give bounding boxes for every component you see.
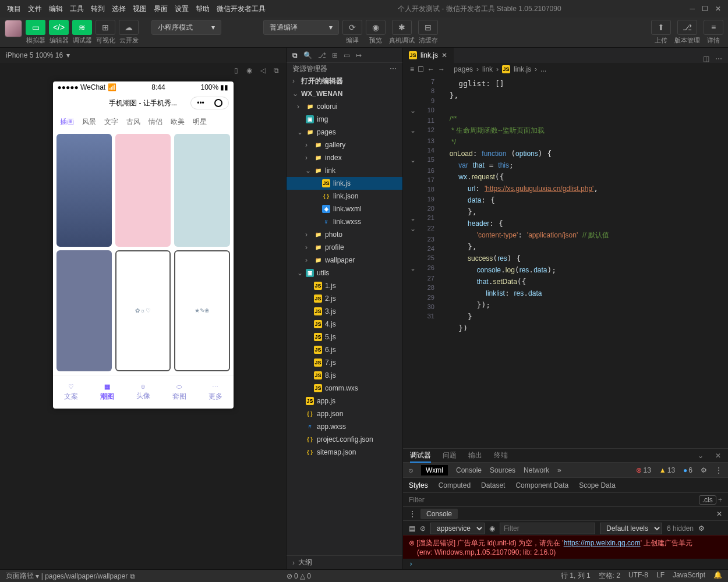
tab-problems[interactable]: 问题: [443, 450, 457, 460]
nav-gallery[interactable]: ⬭套图: [172, 383, 186, 402]
cls-toggle[interactable]: .cls: [699, 495, 716, 505]
arrow-icon[interactable]: ↦: [356, 51, 362, 59]
avatar[interactable]: [5, 20, 22, 37]
tab-debugger[interactable]: 调试器: [410, 450, 431, 460]
tab-star[interactable]: 明星: [193, 117, 207, 127]
nav-fwd-icon[interactable]: →: [438, 65, 445, 73]
debugger-toggle[interactable]: ≋调试器: [72, 20, 92, 45]
tree-pages[interactable]: ⌄📁pages: [287, 126, 402, 139]
detail-button[interactable]: ≡详情: [704, 20, 723, 45]
mode-dropdown[interactable]: 小程序模式▾: [151, 20, 221, 35]
eye-icon[interactable]: ◉: [489, 524, 495, 533]
cursor-pos[interactable]: 行 1, 列 1: [561, 571, 591, 581]
nav-text[interactable]: ♡文案: [64, 383, 78, 402]
levels-select[interactable]: Default levels: [600, 523, 662, 534]
console-prompt[interactable]: ›: [403, 559, 728, 569]
console-filter[interactable]: [500, 523, 595, 534]
context-select[interactable]: appservice: [430, 523, 485, 534]
tab-illustration[interactable]: 插画: [60, 117, 74, 127]
tab-western[interactable]: 欧美: [171, 117, 185, 127]
collapse-icon[interactable]: ⌄: [698, 452, 704, 460]
tab-network[interactable]: Network: [524, 466, 549, 474]
bell-icon[interactable]: 🔔: [713, 571, 722, 581]
more-icon[interactable]: ⋯: [390, 65, 397, 73]
sim-copy-icon[interactable]: ⧉: [274, 66, 279, 74]
indent[interactable]: 空格: 2: [599, 571, 620, 581]
add-style-icon[interactable]: +: [716, 496, 722, 504]
tree-project.config.json[interactable]: { }project.config.json: [287, 433, 402, 446]
tree-utils[interactable]: ⌄▣utils: [287, 267, 402, 279]
tree-link.js[interactable]: JSlink.js: [287, 177, 402, 190]
maximize-icon[interactable]: ☐: [702, 5, 708, 13]
close-drawer-icon[interactable]: ✕: [716, 510, 722, 518]
tab-output[interactable]: 输出: [468, 450, 482, 460]
nav-wallpaper[interactable]: ▦潮图: [100, 383, 114, 402]
split-icon[interactable]: ◫: [703, 55, 709, 63]
menu-select[interactable]: 选择: [108, 4, 129, 14]
console-sidebar-icon[interactable]: ▤: [409, 524, 415, 533]
tree-5.js[interactable]: JS5.js: [287, 331, 402, 343]
tree-link.json[interactable]: { }link.json: [287, 190, 402, 203]
close-tab-icon[interactable]: ✕: [441, 51, 447, 59]
tree-4.js[interactable]: JS4.js: [287, 318, 402, 331]
tree-profile[interactable]: ›📁profile: [287, 241, 402, 254]
diagnostics[interactable]: ⊘ 0 △ 0: [287, 572, 311, 580]
tab-scenery[interactable]: 风景: [82, 117, 96, 127]
tree-photo[interactable]: ›📁photo: [287, 228, 402, 241]
editor-toggle[interactable]: </>编辑器: [49, 20, 69, 45]
tree-2.js[interactable]: JS2.js: [287, 292, 402, 305]
outline-section[interactable]: ›大纲: [287, 555, 402, 569]
sim-mute-icon[interactable]: ◁: [260, 66, 266, 74]
bookmark-icon[interactable]: ☐: [418, 65, 424, 73]
minimize-icon[interactable]: ─: [690, 5, 695, 13]
tree-7.js[interactable]: JS7.js: [287, 356, 402, 369]
tab-dataset[interactable]: Dataset: [481, 481, 505, 489]
menu-project[interactable]: 项目: [3, 4, 24, 14]
tab-text[interactable]: 文字: [104, 117, 118, 127]
tree-link[interactable]: ⌄📁link: [287, 164, 402, 177]
tree-sitemap.json[interactable]: { }sitemap.json: [287, 446, 402, 459]
tree-img[interactable]: ▣img: [287, 113, 402, 126]
visual-toggle[interactable]: ⊞可视化: [96, 20, 115, 45]
close-panel-icon[interactable]: ✕: [715, 452, 721, 460]
tab-sources[interactable]: Sources: [490, 466, 515, 474]
thumb[interactable]: [56, 134, 112, 247]
styles-filter[interactable]: [409, 496, 699, 504]
error-link[interactable]: https://mp.weixin.qq.com: [564, 539, 641, 547]
language[interactable]: JavaScript: [673, 571, 705, 581]
sim-phone-icon[interactable]: ▯: [234, 66, 238, 74]
console-drawer-tab[interactable]: Console: [420, 509, 458, 519]
thumb[interactable]: [174, 134, 229, 247]
tree-colorui[interactable]: ›📁colorui: [287, 100, 402, 113]
tab-styles[interactable]: Styles: [409, 481, 428, 489]
tree-app.json[interactable]: { }app.json: [287, 407, 402, 420]
menu-tool[interactable]: 工具: [66, 4, 87, 14]
eol[interactable]: LF: [656, 571, 665, 581]
tree-6.js[interactable]: JS6.js: [287, 343, 402, 356]
more-tabs-icon[interactable]: »: [557, 466, 561, 474]
branch-icon[interactable]: ⎇: [318, 51, 326, 59]
menu-devtools[interactable]: 微信开发者工具: [213, 4, 269, 14]
section-open-editors[interactable]: ›打开的编辑器: [287, 74, 402, 87]
tab-scopedata[interactable]: Scope Data: [579, 481, 616, 489]
tree-8.js[interactable]: JS8.js: [287, 369, 402, 382]
sim-record-icon[interactable]: ◉: [246, 66, 252, 74]
gear-icon[interactable]: ⚙: [698, 524, 705, 533]
tree-wallpaper[interactable]: ›📁wallpaper: [287, 254, 402, 267]
kebab-icon[interactable]: ⋮: [409, 510, 416, 518]
tab-couple[interactable]: 情侣: [149, 117, 162, 127]
tab-console[interactable]: Console: [456, 466, 482, 474]
preview-button[interactable]: ◉预览: [366, 20, 386, 45]
cloud-toggle[interactable]: ☁云开发: [119, 20, 139, 45]
nav-sidebar-icon[interactable]: ≡: [410, 65, 414, 73]
more-icon[interactable]: ⋯: [715, 55, 722, 63]
inspect-icon[interactable]: ⍉: [409, 466, 413, 474]
encoding[interactable]: UTF-8: [628, 571, 648, 581]
breadcrumb[interactable]: ≡ ☐ ← → pages›link›JSlink.js›...: [403, 63, 728, 76]
tab-classic[interactable]: 古风: [126, 117, 140, 127]
nav-avatar[interactable]: ☺头像: [136, 383, 150, 401]
clear-cache-button[interactable]: ⊟清缓存: [418, 20, 438, 45]
tree-1.js[interactable]: JS1.js: [287, 279, 402, 292]
version-button[interactable]: ⎇版本管理: [674, 20, 700, 45]
tree-gallery[interactable]: ›📁gallery: [287, 139, 402, 151]
